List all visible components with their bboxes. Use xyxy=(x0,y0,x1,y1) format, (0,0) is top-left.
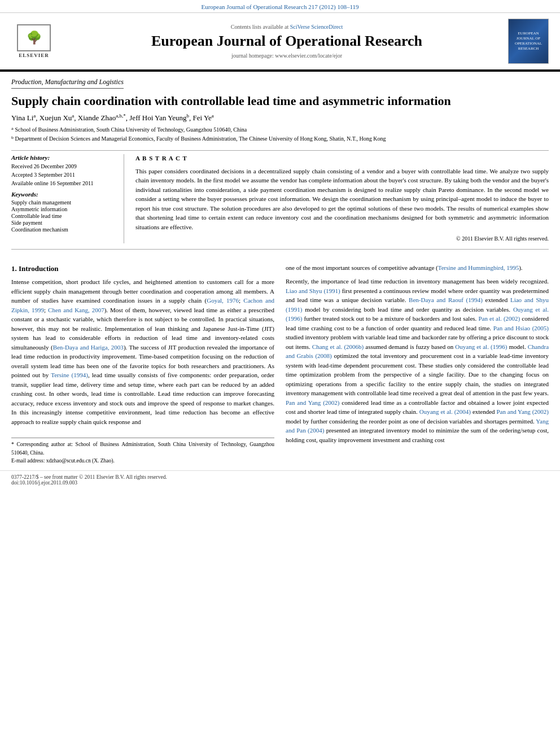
ref-bendaya[interactable]: Ben-Daya and Hariga, 2003 xyxy=(53,344,124,351)
doi-line: doi:10.1016/j.ejor.2011.09.003 xyxy=(11,480,549,486)
section-divider xyxy=(11,150,549,151)
ref-chang-2006[interactable]: Chang et al. (2006b) xyxy=(312,343,364,350)
article-info-abstract-section: Article history: Received 26 December 20… xyxy=(0,154,560,243)
keyword-3: Controllable lead time xyxy=(11,213,118,219)
footnote-email: E-mail address: xdzhao@scut.edu.cn (X. Z… xyxy=(11,457,274,465)
elsevier-tree-icon: 🌳 xyxy=(27,30,42,45)
available-date: Available online 16 September 2011 xyxy=(11,180,118,186)
body-two-col: 1. Introduction Intense competition, sho… xyxy=(11,263,549,465)
elsevier-label: ELSEVIER xyxy=(19,53,49,58)
sciverse-link[interactable]: SciVerse ScienceDirect xyxy=(290,24,343,30)
keyword-1: Supply chain management xyxy=(11,199,118,206)
affiliation-a: ᵃ School of Business Administration, Sou… xyxy=(11,125,549,134)
abstract-text: This paper considers coordinated decisio… xyxy=(135,167,549,232)
ref-tersine-humm[interactable]: Tersine and Hummingbird, 1995 xyxy=(438,264,519,271)
footnote-corresponding: * Corresponding author at: School of Bus… xyxy=(11,440,274,457)
sciverse-line: Contents lists available at SciVerse Sci… xyxy=(65,24,508,30)
keyword-4: Side payment xyxy=(11,220,118,226)
section-number: 1. Introduction xyxy=(11,264,59,273)
section-tag: Production, Manufacturing and Logistics xyxy=(11,78,124,89)
ref-tersine[interactable]: Tersine (1994) xyxy=(51,372,88,378)
ref-pan-2002[interactable]: Pan et al. (2002) xyxy=(478,315,520,322)
affiliations: ᵃ School of Business Administration, Sou… xyxy=(0,124,560,147)
abstract-heading: A B S T R A C T xyxy=(135,154,549,163)
elsevier-logo-box: 🌳 xyxy=(17,24,51,51)
journal-header: 🌳 ELSEVIER Contents lists available at S… xyxy=(0,13,560,71)
ref-liao-shyu[interactable]: Liao and Shyu (1991) xyxy=(286,287,340,294)
author-jeff: Jeff Hoi Yan Yeung xyxy=(129,113,186,122)
ref-goyal[interactable]: Goyal, 1976 xyxy=(207,297,239,304)
intro-heading: 1. Introduction xyxy=(11,263,274,274)
author-yina: Yina Li xyxy=(11,113,33,122)
journal-citation-bar: European Journal of Operational Research… xyxy=(0,0,560,13)
keywords-heading: Keywords: xyxy=(11,191,118,198)
ref-pan-hsiao[interactable]: Pan and Hsiao (2005) xyxy=(493,325,549,331)
header-divider xyxy=(0,71,560,72)
affil-ab: a,b, xyxy=(116,113,123,119)
right-para-1: one of the most important sources of com… xyxy=(286,263,549,273)
ref-chen[interactable]: Chen and Kang, 2007 xyxy=(48,307,104,313)
email-address[interactable]: xdzhao@scut.edu.cn (X. Zhao). xyxy=(46,458,115,464)
author-fei: Fei Ye xyxy=(193,113,212,122)
body-col-right: one of the most important sources of com… xyxy=(286,263,549,465)
issn-line: 0377-2217/$ – see front matter © 2011 El… xyxy=(11,474,549,480)
ref-ouyang-2004[interactable]: Ouyang et al. (2004) xyxy=(419,408,471,415)
ref-pan-yang-2002b[interactable]: Pan and Yang (2002) xyxy=(496,408,549,415)
article-history-heading: Article history: xyxy=(11,154,118,161)
abstract-divider xyxy=(11,249,549,250)
affil-b: b xyxy=(187,113,190,119)
accepted-date: Accepted 3 September 2011 xyxy=(11,172,118,178)
bottom-bar: 0377-2217/$ – see front matter © 2011 El… xyxy=(0,470,560,489)
author-xuejun: Xuejun Xu xyxy=(40,113,72,122)
footnote-area: * Corresponding author at: School of Bus… xyxy=(11,438,274,465)
keyword-5: Coordination mechanism xyxy=(11,226,118,233)
journal-citation-text: European Journal of Operational Research… xyxy=(201,3,358,10)
email-label: E-mail address: xyxy=(11,458,45,464)
copyright-line: © 2011 Elsevier B.V. All rights reserved… xyxy=(135,235,549,243)
authors-line: Yina Lia, Xuejun Xua, Xiande Zhaoa,b,*, … xyxy=(0,112,560,124)
ref-bendaya-raouf[interactable]: Ben-Daya and Raouf (1994) xyxy=(409,296,483,303)
article-info-column: Article history: Received 26 December 20… xyxy=(11,154,124,243)
affil-a2: a xyxy=(72,113,74,119)
author-xiande: Xiande Zhao xyxy=(78,113,116,122)
corresponding-mark: * xyxy=(123,113,126,119)
cover-text: EUROPEAN JOURNAL OF OPERATIONAL RESEARCH xyxy=(511,31,546,51)
affil-a1: a xyxy=(33,113,36,119)
journal-homepage: journal homepage: www.elsevier.com/locat… xyxy=(65,53,508,59)
keywords-section: Keywords: Supply chain management Asymme… xyxy=(11,191,118,233)
keyword-2: Asymmetric information xyxy=(11,206,118,212)
elsevier-logo: 🌳 ELSEVIER xyxy=(11,24,56,58)
affiliation-b: ᵇ Department of Decision Sciences and Ma… xyxy=(11,134,549,143)
received-date: Received 26 December 2009 xyxy=(11,163,118,169)
body-col-left: 1. Introduction Intense competition, sho… xyxy=(11,263,274,465)
ref-ouyang-1996b[interactable]: Ouyang et al. (1996) xyxy=(455,343,507,350)
ref-pan-yang-2002[interactable]: Pan and Yang (2002) xyxy=(286,399,340,406)
right-para-2: Recently, the importance of lead time re… xyxy=(286,277,549,444)
paper-title: Supply chain coordination with controlla… xyxy=(0,89,560,112)
affil-a3: a xyxy=(212,113,214,119)
main-content: 1. Introduction Intense competition, sho… xyxy=(0,253,560,465)
journal-cover-image: EUROPEAN JOURNAL OF OPERATIONAL RESEARCH xyxy=(508,19,549,64)
journal-title-center: Contents lists available at SciVerse Sci… xyxy=(65,24,508,58)
ref-yang-pan-2004[interactable]: Yang and Pan (2004) xyxy=(286,418,549,434)
abstract-column: A B S T R A C T This paper considers coo… xyxy=(135,154,549,243)
section-tag-area: Production, Manufacturing and Logistics xyxy=(0,74,560,89)
intro-para-1: Intense competition, short product life … xyxy=(11,277,274,426)
journal-name: European Journal of Operational Research xyxy=(65,32,508,50)
